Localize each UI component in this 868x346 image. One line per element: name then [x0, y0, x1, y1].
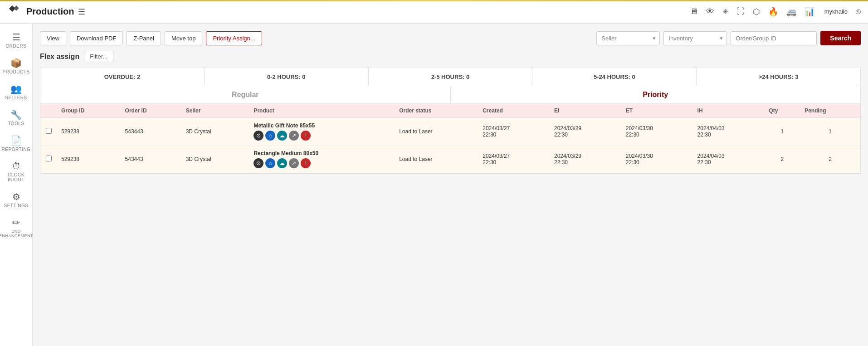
products-label: PRODUCTS [2, 69, 29, 74]
row-order-status: Load to Laser [395, 118, 478, 146]
sidebar-item-end-enhancement[interactable]: ✏ END ENHANCEMENT [0, 213, 32, 243]
table-section: Regular Priority Group ID Order ID Selle… [40, 86, 861, 174]
order-group-input[interactable] [731, 31, 817, 45]
col-order-status: Order status [395, 104, 478, 118]
inventory-select-wrap: Inventory ▼ [663, 31, 727, 45]
cube-icon[interactable]: ⬡ [753, 7, 760, 17]
priority-assign-button[interactable]: Priority Assign... [206, 31, 262, 45]
row-checkbox[interactable] [46, 156, 52, 161]
flex-assign-title: Flex assign [40, 53, 79, 61]
search-product-icon[interactable]: ⊙ [254, 131, 263, 141]
toolbar: View Download PDF Z-Panel Move top Prior… [40, 31, 861, 45]
sidebar-item-reporting[interactable]: 📄 REPORTING [0, 131, 32, 156]
inventory-select[interactable]: Inventory [663, 31, 727, 45]
row-pending: 1 [800, 118, 860, 146]
col-checkbox [40, 104, 57, 118]
col-et: ET [621, 104, 693, 118]
settings-label: SETTINGS [4, 203, 28, 208]
search-button[interactable]: Search [820, 31, 861, 45]
col-group-id: Group ID [57, 104, 121, 118]
row-qty: 2 [764, 146, 800, 173]
stat-24plus-hours: >24 HOURS: 3 [697, 68, 860, 86]
monitor-icon[interactable]: 🖥 [690, 7, 698, 16]
fire-icon[interactable]: 🔥 [768, 7, 778, 17]
logo[interactable] [7, 4, 22, 19]
sidebar-item-clock[interactable]: ⏱ CLOCK IN/OUT [0, 156, 32, 187]
home-icon[interactable]: ⌂ [265, 158, 275, 168]
tools-icon: 🔧 [10, 109, 22, 120]
zpanel-button[interactable]: Z-Panel [127, 31, 161, 45]
export-icon[interactable]: ↗ [289, 158, 299, 168]
settings-icon: ⚙ [12, 191, 20, 202]
page-title: Production [26, 6, 74, 17]
col-product: Product [249, 104, 395, 118]
row-created: 2024/03/2722:30 [478, 146, 550, 173]
row-et: 2024/03/3022:30 [621, 118, 693, 146]
move-top-button[interactable]: Move top [165, 31, 202, 45]
col-qty: Qty [764, 104, 800, 118]
table-row: 5292385434433D CrystalMetallic Gift Note… [40, 118, 860, 146]
row-group-id: 529238 [57, 118, 121, 146]
alert-icon[interactable]: ! [301, 131, 311, 141]
row-qty: 1 [764, 118, 800, 146]
sidebar-item-sellers[interactable]: 👥 SELLERS [0, 79, 32, 105]
filter-button[interactable]: Filter... [84, 51, 113, 62]
end-enhancement-icon: ✏ [12, 217, 20, 228]
row-order-id: 543443 [121, 118, 181, 146]
asterisk-icon[interactable]: ✳ [722, 7, 728, 16]
reporting-label: REPORTING [2, 147, 31, 152]
row-group-id: 529238 [57, 146, 121, 173]
table-body: 5292385434433D CrystalMetallic Gift Note… [40, 118, 860, 173]
topbar-icons: 🖥 👁 ✳ ⛶ ⬡ 🔥 🚐 📊 mykhailo ⎋ [690, 7, 861, 17]
row-product: Metallic Gift Note 85x55⊙⌂☁↗! [249, 118, 395, 146]
orders-label: ORDERS [6, 44, 27, 49]
username[interactable]: mykhailo [824, 8, 848, 15]
sidebar-item-settings[interactable]: ⚙ SETTINGS [0, 187, 32, 213]
product-name: Rectangle Medium 80x50 [254, 150, 390, 156]
chart-icon[interactable]: 📊 [805, 7, 814, 17]
sidebar-item-products[interactable]: 📦 PRODUCTS [0, 53, 32, 79]
menu-icon[interactable]: ☰ [78, 7, 85, 17]
download-pdf-button[interactable]: Download PDF [70, 31, 123, 45]
sellers-label: SELLERS [5, 95, 27, 100]
search-product-icon[interactable]: ⊙ [254, 158, 263, 168]
table-row: 5292385434433D CrystalRectangle Medium 8… [40, 146, 860, 173]
alert-icon[interactable]: ! [301, 158, 311, 168]
clock-icon: ⏱ [12, 161, 21, 171]
view-button[interactable]: View [40, 31, 66, 45]
row-product: Rectangle Medium 80x50⊙⌂☁↗! [249, 146, 395, 173]
col-seller: Seller [181, 104, 249, 118]
row-checkbox-cell [40, 118, 57, 146]
logout-icon[interactable]: ⎋ [856, 7, 861, 16]
col-ih: IH [693, 104, 765, 118]
table-header: Group ID Order ID Seller Product Order s… [40, 104, 860, 118]
toolbar-right: Seller ▼ Inventory ▼ Search [596, 31, 861, 45]
flex-assign-row: Flex assign Filter... [40, 51, 861, 62]
orders-icon: ☰ [12, 32, 20, 43]
eye-icon[interactable]: 👁 [706, 7, 714, 16]
cloud-icon[interactable]: ☁ [277, 158, 287, 168]
cloud-icon[interactable]: ☁ [277, 131, 287, 141]
row-checkbox[interactable] [46, 128, 52, 134]
truck-icon[interactable]: 🚐 [786, 7, 796, 17]
data-table: Group ID Order ID Seller Product Order s… [40, 104, 860, 173]
sidebar-item-tools[interactable]: 🔧 TooLS [0, 105, 32, 131]
sidebar-item-orders[interactable]: ☰ ORDERS [0, 27, 32, 53]
sellers-icon: 👥 [10, 83, 22, 94]
row-ih: 2024/04/0322:30 [693, 146, 765, 173]
products-icon: 📦 [10, 58, 22, 68]
col-created: Created [478, 104, 550, 118]
expand-icon[interactable]: ⛶ [736, 7, 745, 16]
product-name: Metallic Gift Note 85x55 [254, 122, 390, 129]
row-seller: 3D Crystal [181, 146, 249, 173]
section-headers: Regular Priority [40, 86, 860, 104]
stat-2-5hours: 2-5 HOURS: 0 [369, 68, 533, 86]
row-ei: 2024/03/2922:30 [550, 118, 621, 146]
col-order-id: Order ID [121, 104, 181, 118]
svg-rect-1 [14, 5, 19, 10]
seller-select[interactable]: Seller [596, 31, 660, 45]
home-icon[interactable]: ⌂ [265, 131, 275, 141]
stats-bar: OVERDUE: 2 0-2 HOURS: 0 2-5 HOURS: 0 5-2… [40, 68, 861, 86]
export-icon[interactable]: ↗ [289, 131, 299, 141]
row-seller: 3D Crystal [181, 118, 249, 146]
